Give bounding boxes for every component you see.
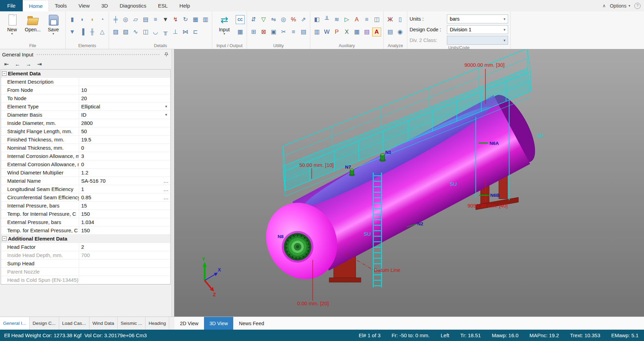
error-check-icon[interactable]: Ж <box>386 15 395 24</box>
property-value-field[interactable] <box>79 259 170 267</box>
dropdown-arrow-icon[interactable]: ▾ <box>163 113 169 117</box>
filter-funnel-icon[interactable]: ▽ <box>259 15 268 24</box>
units-combobox[interactable]: bars▾ <box>447 14 508 23</box>
ellipsis-button[interactable]: ... <box>163 187 169 192</box>
property-value-field[interactable] <box>79 268 170 276</box>
packing-icon[interactable]: ▧ <box>121 28 130 36</box>
category-tab-design-c[interactable]: Design C... <box>30 317 59 330</box>
conical-element-icon[interactable]: ▼ <box>68 28 77 36</box>
lug-icon[interactable]: ▱ <box>131 15 140 24</box>
delete-element-icon[interactable]: ⊠ <box>259 28 268 36</box>
property-value-field[interactable]: 150 <box>79 226 170 234</box>
tab-view[interactable]: View <box>73 0 95 11</box>
weight-icon[interactable]: ▼ <box>161 15 170 24</box>
input-button[interactable]: ⇄Input▾ <box>214 12 234 35</box>
support-detail-icon[interactable]: ╨ <box>322 15 331 24</box>
marker-icon[interactable]: ▷ <box>342 15 351 24</box>
jacket-icon[interactable]: ◫ <box>141 28 150 36</box>
pin-icon[interactable] <box>163 52 169 57</box>
torispherical-head-element-icon[interactable]: ◔ <box>98 15 107 24</box>
property-value-field[interactable]: 3 <box>79 152 170 160</box>
property-value-field[interactable]: 10 <box>79 86 170 94</box>
tray-icon[interactable]: ▦ <box>191 15 200 24</box>
property-value-field[interactable]: 19.5 <box>79 136 170 143</box>
panel-splitter[interactable] <box>172 49 174 317</box>
new-button[interactable]: New▾ <box>2 12 22 35</box>
help-icon[interactable]: ? <box>634 3 641 9</box>
tab-esl[interactable]: ESL <box>152 0 173 11</box>
property-value-field[interactable]: 2800 <box>79 119 170 127</box>
tab-tools[interactable]: Tools <box>49 0 73 11</box>
elliptical-head-element-icon[interactable]: ◗ <box>78 15 87 24</box>
dropdown-arrow-icon[interactable]: ▾ <box>163 104 169 109</box>
category-tab-general-i[interactable]: General I... <box>0 317 30 330</box>
cylinder-element-icon[interactable]: ▮ <box>68 15 77 24</box>
insulation-icon[interactable]: ▥ <box>201 15 210 24</box>
save-button[interactable]: Save▾ <box>43 12 63 35</box>
property-value-field[interactable]: SA-516 70... <box>79 177 170 185</box>
moment-icon[interactable]: ↻ <box>181 15 190 24</box>
text-format-icon[interactable]: A <box>352 15 361 24</box>
property-value-field[interactable]: 2 <box>79 243 170 251</box>
output-grid-icon[interactable]: ▦ <box>236 28 245 36</box>
panel-drag-grip[interactable] <box>36 53 161 56</box>
property-value-field[interactable] <box>79 78 170 86</box>
collapse-group-icon[interactable]: − <box>2 71 7 76</box>
share-icon[interactable]: ⇗ <box>299 15 308 24</box>
tab-file[interactable]: File <box>0 0 23 11</box>
tools-icon[interactable]: ▥ <box>312 28 321 36</box>
weld-seam-icon[interactable]: ⋈ <box>181 28 190 36</box>
div-2-class-combobox[interactable]: ▾ <box>447 36 508 45</box>
find-icon[interactable]: ◎ <box>279 15 288 24</box>
body-flange-element-icon[interactable]: ╫ <box>88 28 97 36</box>
ladder-icon[interactable]: ≡ <box>151 15 160 24</box>
clipboard-icon[interactable]: ◫ <box>372 15 381 24</box>
design-code-combobox[interactable]: Division 1▾ <box>447 25 508 34</box>
tab-3d[interactable]: 3D <box>95 0 114 11</box>
view-tab-2d-view[interactable]: 2D View <box>174 317 204 330</box>
ellipsis-button[interactable]: ... <box>163 178 169 184</box>
grid-export-icon[interactable]: ▦ <box>352 28 361 36</box>
property-value-field[interactable]: 1.2 <box>79 169 170 177</box>
property-value-field[interactable]: 15 <box>79 202 170 210</box>
saddle-icon[interactable]: ◡ <box>151 28 160 36</box>
property-value-field[interactable]: 0.85... <box>79 193 170 201</box>
category-tab-heading[interactable]: Heading <box>146 317 169 330</box>
view-tab-3d-view[interactable]: 3D View <box>204 317 234 330</box>
cc-icon[interactable]: CC <box>236 15 245 24</box>
spherical-head-element-icon[interactable]: ◖ <box>88 15 97 24</box>
last-element-button[interactable]: ⇥ <box>35 61 44 68</box>
property-value-field[interactable]: 20 <box>79 94 170 102</box>
category-tab-wind-data[interactable]: Wind Data <box>89 317 118 330</box>
open-button[interactable]: Open... <box>23 12 43 35</box>
options-button[interactable]: Options <box>610 3 626 9</box>
3d-viewport[interactable]: 9000.00 mm. [30] 50.00 mm. [10] 9050.00 … <box>174 49 644 317</box>
notes-icon[interactable]: ▤ <box>299 28 308 36</box>
component-data-icon[interactable]: ◧ <box>312 15 321 24</box>
category-tab-load-cas[interactable]: Load Cas... <box>59 317 89 330</box>
property-value-field[interactable] <box>79 276 170 284</box>
platform-icon[interactable]: ▤ <box>141 15 150 24</box>
next-element-button[interactable]: → <box>24 61 33 68</box>
swap-elements-icon[interactable]: ⇋ <box>269 15 278 24</box>
prev-element-button[interactable]: ← <box>13 61 22 68</box>
cut-icon[interactable]: ✂ <box>279 28 288 36</box>
stiffening-ring-icon[interactable]: ◎ <box>121 15 130 24</box>
nozzle-icon[interactable]: ╪ <box>111 15 120 24</box>
property-value-field[interactable]: 1... <box>79 185 170 193</box>
property-value-field[interactable]: 0 <box>79 160 170 168</box>
force-icon[interactable]: ↯ <box>171 15 180 24</box>
ellipsis-button[interactable]: ... <box>163 195 169 200</box>
property-value-field[interactable]: Elliptical▾ <box>79 103 170 110</box>
collapse-ribbon-icon[interactable]: ∧ <box>602 3 606 8</box>
property-value-field[interactable]: ID▾ <box>79 111 170 119</box>
property-value-field[interactable]: 700 <box>79 251 170 259</box>
tab-home[interactable]: Home <box>23 0 49 11</box>
3d-model-canvas[interactable]: 9000.00 mm. [30] 50.00 mm. [10] 9050.00 … <box>174 50 644 317</box>
ppt-export-icon[interactable]: P <box>332 28 341 36</box>
legs-icon[interactable]: ╥ <box>161 28 170 36</box>
property-value-field[interactable]: 1.034 <box>79 218 170 226</box>
property-value-field[interactable]: 150 <box>79 210 170 218</box>
review-report-icon[interactable]: ▯ <box>396 15 405 24</box>
property-value-field[interactable]: 0 <box>79 144 170 152</box>
